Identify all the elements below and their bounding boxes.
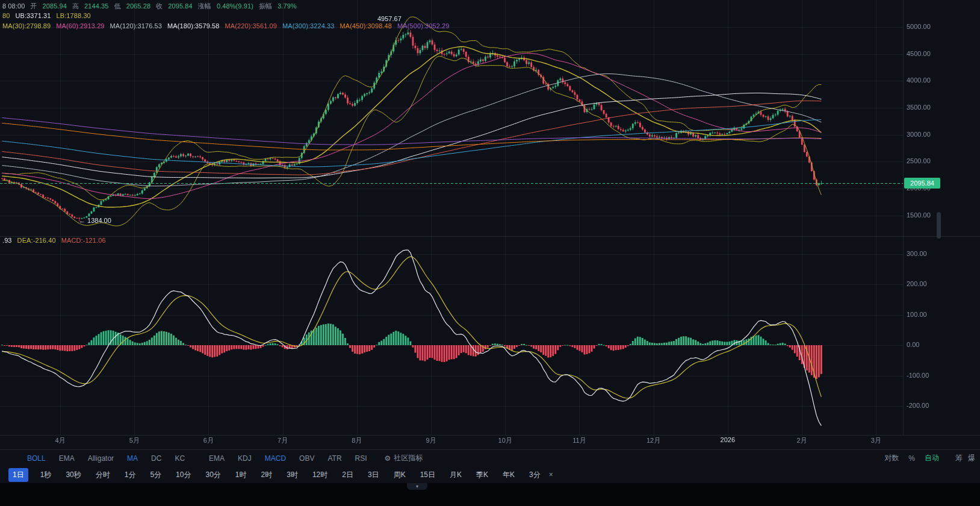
indicator-tab-dc[interactable]: DC — [151, 454, 161, 463]
timeframe-tab[interactable]: 周K — [394, 470, 406, 480]
ohlc-legend-item: 2065.28 — [126, 2, 150, 10]
macd-legend-item: MACD:-121.06 — [61, 237, 106, 244]
timeframe-tab[interactable]: 季K — [476, 470, 488, 480]
community-indicators-button[interactable]: ⚙ 社区指标 — [385, 453, 423, 463]
timeframe-tab[interactable]: 10分 — [176, 470, 191, 480]
macd-legend: .93DEA:-216.40MACD:-121.06 — [2, 237, 111, 244]
macd-legend-item: .93 — [2, 237, 12, 244]
macd-tick-label: 0.00 — [907, 341, 919, 348]
macd-tick-label: -200.00 — [907, 402, 929, 409]
sub-indicator-tab-rsi[interactable]: RSI — [355, 454, 367, 463]
timeframe-tab[interactable]: 5分 — [150, 470, 161, 480]
timeframe-group: 1日1秒30秒分时1分5分10分30分1时2时3时12时2日3日周K15日月K季… — [4, 468, 548, 482]
ohlc-legend-item: 振幅 — [259, 2, 272, 10]
sub-indicator-tab-obv[interactable]: OBV — [299, 454, 314, 463]
side-tools: 筹爆 — [950, 453, 975, 463]
timeframe-tab[interactable]: 12时 — [312, 470, 327, 480]
month-label: 8月 — [336, 436, 378, 445]
boll-legend-item: LB:1788.30 — [57, 12, 91, 19]
price-tick-label: 3000.00 — [907, 131, 931, 138]
timeframe-tab[interactable]: 30分 — [205, 470, 220, 480]
indicator-tab-alligator[interactable]: Alligator — [88, 454, 114, 463]
main-indicator-group: BOLLEMAAlligatorMADCKC — [20, 454, 191, 463]
scale-option[interactable]: 自动 — [925, 453, 939, 463]
ohlc-legend-item: 开 — [30, 2, 37, 10]
ohlc-legend-item: 收 — [156, 2, 163, 10]
boll-legend-item: 80 — [2, 12, 10, 19]
timeframe-tab[interactable]: 1时 — [235, 470, 247, 480]
indicator-tab-boll[interactable]: BOLL — [27, 454, 46, 463]
month-label: 10月 — [484, 436, 526, 445]
trading-chart-app: 8 08:00开2085.94高2144.35低2065.28收2095.84涨… — [0, 0, 980, 506]
timeframe-tab[interactable]: 1秒 — [40, 470, 52, 480]
sub-indicator-tab-macd[interactable]: MACD — [265, 454, 286, 463]
high-price-annotation: 4957.67 — [377, 15, 402, 22]
price-tick-label: 1500.00 — [907, 211, 931, 219]
ma-legend: MA(30):2798.89MA(60):2913.29MA(120):3176… — [2, 22, 455, 30]
ohlc-legend-item: 高 — [72, 2, 79, 10]
timeframe-tab[interactable]: 年K — [503, 470, 515, 480]
indicator-tab-ema[interactable]: EMA — [59, 454, 75, 463]
scrollbar-thumb[interactable] — [937, 212, 941, 239]
macd-tick-label: 200.00 — [907, 280, 927, 287]
ohlc-legend-item: 2095.84 — [168, 2, 192, 10]
sub-indicator-tab-atr[interactable]: ATR — [327, 454, 341, 463]
scale-options-group: 对数%自动 筹爆 — [879, 453, 980, 463]
bottom-strip — [0, 483, 980, 506]
ohlc-legend-item: 0.48%(9.91) — [217, 2, 253, 10]
ma-legend-item: MA(30):2798.89 — [2, 22, 51, 30]
month-label: 12月 — [633, 436, 675, 445]
month-label: 9月 — [410, 436, 452, 445]
ma-legend-item: MA(300):3224.33 — [282, 22, 335, 30]
month-label: 7月 — [262, 436, 304, 445]
side-tool-button[interactable]: 爆 — [968, 453, 975, 463]
sub-indicator-tab-kdj[interactable]: KDJ — [238, 454, 252, 463]
month-label: 6月 — [187, 436, 229, 445]
timeframe-tab[interactable]: 月K — [450, 470, 462, 480]
scale-option[interactable]: % — [908, 454, 915, 463]
scale-option[interactable]: 对数 — [884, 453, 899, 463]
low-price-annotation: ← 1384.00 — [79, 217, 111, 224]
sub-indicator-tab-ema[interactable]: EMA — [209, 454, 225, 463]
sub-indicator-group: EMAKDJMACDOBVATRRSI — [202, 454, 374, 463]
ma-legend-item: MA(450):3098.48 — [340, 22, 392, 30]
timeframe-tab[interactable]: 1日 — [8, 468, 28, 482]
boll-legend-item: UB:3371.31 — [15, 12, 51, 19]
price-tick-label: 5000.00 — [907, 23, 931, 30]
timeframe-tab[interactable]: 2日 — [342, 470, 353, 480]
timeframe-tab[interactable]: 3分 — [529, 470, 541, 480]
macd-tick-label: -100.00 — [907, 372, 929, 379]
timeframe-tab[interactable]: 15日 — [420, 470, 435, 480]
ma-legend-item: MA(120):3176.53 — [110, 22, 163, 30]
month-label: 2月 — [781, 436, 823, 445]
timeframe-tab[interactable]: 30秒 — [66, 470, 81, 480]
timeframe-tab[interactable]: 分时 — [96, 470, 110, 480]
gear-icon: ⚙ — [385, 454, 391, 463]
indicator-tab-kc[interactable]: KC — [175, 454, 185, 463]
month-label: 4月 — [39, 436, 81, 445]
community-indicators-label: 社区指标 — [394, 453, 423, 463]
timeframe-tab[interactable]: 2时 — [261, 470, 273, 480]
timeframe-close-button[interactable]: × — [549, 470, 553, 479]
ohlc-legend-item: 低 — [114, 2, 121, 10]
candlestick-chart-canvas[interactable] — [0, 0, 980, 449]
macd-tick-label: 100.00 — [907, 311, 927, 318]
ma-legend-item: MA(60):2913.29 — [56, 22, 104, 30]
ohlc-legend: 8 08:00开2085.94高2144.35低2065.28收2095.84涨… — [2, 2, 302, 11]
ohlc-legend-item: 2085.94 — [43, 2, 67, 10]
side-tool-button[interactable]: 筹 — [955, 453, 963, 463]
timeframe-tab[interactable]: 3日 — [368, 470, 379, 480]
timeframe-tab[interactable]: 3时 — [287, 470, 298, 480]
scale-options: 对数%自动 — [879, 453, 944, 463]
ohlc-legend-item: 2144.35 — [84, 2, 108, 10]
timeframe-toolbar: 1日1秒30秒分时1分5分10分30分1时2时3时12时2日3日周K15日月K季… — [0, 466, 980, 483]
indicator-tab-ma[interactable]: MA — [127, 454, 138, 463]
macd-tick-label: 300.00 — [907, 250, 927, 257]
ohlc-legend-item: 涨幅 — [198, 2, 211, 10]
toolbar-collapse-handle[interactable]: ▾ — [407, 483, 427, 490]
timeframe-tab[interactable]: 1分 — [125, 470, 136, 480]
price-tick-label: 4500.00 — [907, 50, 931, 57]
price-tick-label: 4000.00 — [907, 77, 931, 84]
month-label: 3月 — [855, 436, 897, 445]
ohlc-legend-item: 3.79% — [278, 2, 297, 10]
